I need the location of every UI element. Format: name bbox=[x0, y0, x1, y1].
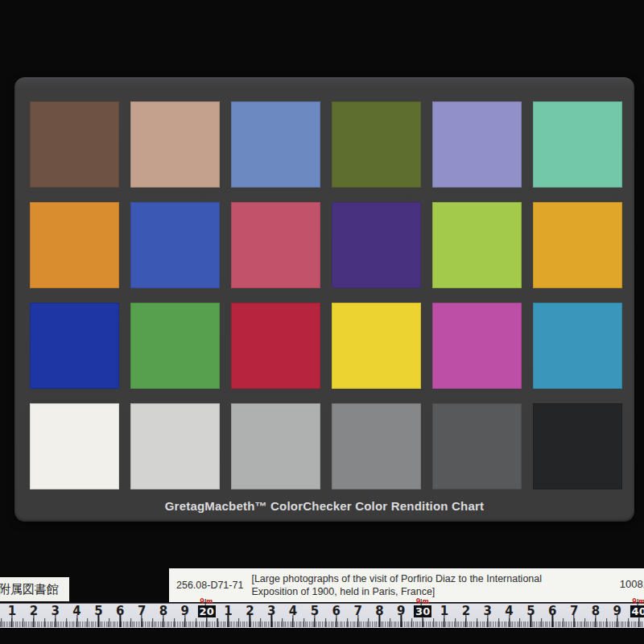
tape-cm-number: 2 bbox=[462, 605, 470, 617]
tape-cm-number: 3 bbox=[267, 605, 275, 617]
tape-cm-number: 5 bbox=[94, 605, 102, 617]
catalog-label: 256.08-D71-71 [Large photographs of the … bbox=[169, 568, 644, 602]
color-patch-blue-flower bbox=[432, 101, 522, 188]
color-patch-bluish-green bbox=[533, 101, 622, 188]
tape-meter-label: 9m bbox=[200, 599, 213, 605]
tape-decimeter-box: 209m bbox=[198, 605, 216, 617]
color-patch-blue bbox=[30, 303, 119, 389]
tape-cm-number: 8 bbox=[159, 605, 167, 617]
color-patch-foliage bbox=[332, 101, 421, 188]
color-patch-orange bbox=[30, 202, 119, 288]
catalog-right-number: 10081 bbox=[620, 578, 644, 590]
tape-cm-number: 2 bbox=[30, 605, 38, 617]
color-patch-white bbox=[30, 403, 119, 489]
tape-cm-number: 6 bbox=[548, 605, 556, 617]
color-patch-dark-skin bbox=[30, 101, 119, 188]
color-patch-blue-sky bbox=[231, 101, 320, 188]
tape-decimeter-box: 409m bbox=[630, 605, 644, 617]
catalog-description: [Large photographs of the visit of Porfi… bbox=[251, 572, 542, 599]
color-patch-yellow-green bbox=[432, 202, 522, 288]
tape-cm-number: 1 bbox=[440, 605, 448, 617]
tape-cm-number: 8 bbox=[592, 605, 600, 617]
tape-cm-number: 7 bbox=[353, 605, 361, 617]
tape-cm-number: 9 bbox=[181, 605, 189, 617]
color-patch-red bbox=[231, 303, 320, 389]
color-patch-yellow bbox=[332, 303, 421, 389]
color-patch-cyan bbox=[533, 303, 622, 389]
color-patch-green bbox=[130, 303, 220, 389]
tape-cm-number: 1 bbox=[224, 605, 232, 617]
catalog-description-line2: Exposition of 1900, held in Paris, Franc… bbox=[251, 585, 542, 598]
library-label-text: 附属図書館 bbox=[0, 582, 59, 596]
tape-cm-number: 3 bbox=[51, 605, 59, 617]
color-patch-light-skin bbox=[130, 101, 220, 188]
tape-cm-number: 2 bbox=[246, 605, 254, 617]
tape-cm-number: 7 bbox=[138, 605, 146, 617]
library-label: 附属図書館 bbox=[0, 577, 69, 601]
measuring-tape: 123456789209m123456789309m123456789409m bbox=[0, 603, 644, 628]
tape-cm-number: 4 bbox=[289, 605, 297, 617]
tape-cm-number: 4 bbox=[72, 605, 80, 617]
tape-cm-number: 3 bbox=[483, 605, 491, 617]
tape-cm-number: 5 bbox=[526, 605, 535, 617]
colorchecker-title: GretagMacbeth™ ColorChecker Color Rendit… bbox=[14, 499, 634, 513]
color-patch-grid bbox=[30, 101, 622, 489]
color-patch-purplish-blue bbox=[130, 202, 220, 288]
color-patch-neutral-8 bbox=[130, 403, 220, 489]
color-patch-black bbox=[533, 403, 622, 489]
tape-decimeter-box: 309m bbox=[414, 605, 431, 617]
color-patch-neutral-3-5 bbox=[432, 403, 522, 489]
tape-cm-number: 4 bbox=[505, 605, 513, 617]
tape-cm-number: 9 bbox=[613, 605, 621, 617]
color-patch-purple bbox=[332, 202, 421, 288]
tape-cm-number: 1 bbox=[8, 605, 16, 617]
color-patch-orange-yellow bbox=[533, 202, 622, 288]
tape-cm-number: 9 bbox=[397, 605, 405, 617]
color-patch-neutral-6-5 bbox=[231, 403, 320, 489]
tape-cm-number: 5 bbox=[311, 605, 319, 617]
colorchecker-card: GretagMacbeth™ ColorChecker Color Rendit… bbox=[14, 77, 634, 522]
tape-meter-label: 9m bbox=[416, 599, 429, 605]
tape-cm-number: 7 bbox=[570, 605, 578, 617]
photograph-colorchecker-scene: { "colorchecker": { "title": "GretagMacb… bbox=[0, 0, 644, 644]
catalog-description-line1: [Large photographs of the visit of Porfi… bbox=[251, 572, 542, 585]
tape-cm-number: 8 bbox=[375, 605, 383, 617]
catalog-number: 256.08-D71-71 bbox=[176, 580, 243, 591]
color-patch-neutral-5 bbox=[332, 403, 421, 489]
tape-cm-number: 6 bbox=[332, 605, 341, 617]
tape-cm-number: 6 bbox=[116, 605, 124, 617]
color-patch-magenta bbox=[432, 303, 522, 389]
color-patch-moderate-red bbox=[231, 202, 320, 288]
tape-meter-label: 9m bbox=[632, 599, 644, 605]
